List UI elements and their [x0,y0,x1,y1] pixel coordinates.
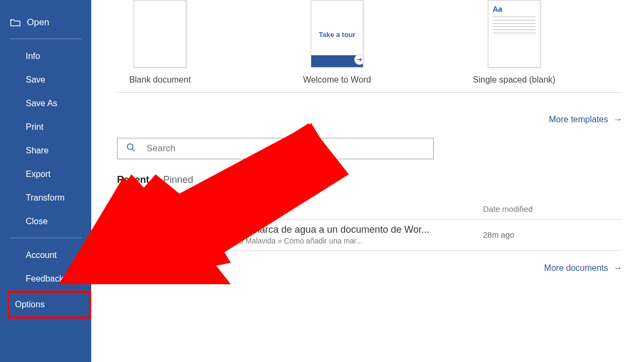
sidebar-item-feedback[interactable]: Feedback [0,267,91,291]
sidebar-item-close[interactable]: Close [0,210,91,233]
document-path: Escritorio » Artículos Malavida » Cómo a… [175,237,483,245]
template-label: Blank document [129,75,191,85]
svg-point-0 [127,144,133,150]
sidebar-divider [10,39,82,39]
sidebar-item-print[interactable]: Print [0,115,91,139]
document-icon [117,204,143,216]
sidebar-item-save[interactable]: Save [0,68,91,92]
template-label: Single spaced (blank) [473,75,555,85]
folder-open-icon [10,18,21,27]
section-divider [117,92,623,93]
tab-recent[interactable]: Recent [117,174,149,190]
sidebar-item-account[interactable]: Account [0,243,91,267]
sidebar-item-export[interactable]: Export [0,162,91,186]
sidebar-item-info[interactable]: Info [0,45,91,68]
arrow-right-icon: → [613,114,623,125]
tab-pinned[interactable]: Pinned [163,174,193,190]
svg-line-1 [132,149,135,151]
template-blank-document[interactable]: Blank document [117,0,203,85]
template-label: Welcome to Word [303,75,371,85]
more-documents-label: More documents [544,263,608,273]
document-date: 28m ago [483,230,623,239]
sidebar-open-label: Open [27,17,49,28]
more-documents-link[interactable]: More documents → [117,263,623,274]
sidebar-item-save-as[interactable]: Save As [0,92,91,115]
sidebar-item-open[interactable]: Open [0,11,91,34]
arrow-right-icon: → [613,263,623,274]
more-templates-label: More templates [549,115,608,124]
recent-tabs: Recent Pinned Shared with Me [117,174,623,190]
sidebar-item-options[interactable]: Options [8,291,91,319]
search-box[interactable] [117,138,434,159]
document-name-cell: Cómo añadir una marca de agua a un docum… [143,224,483,245]
template-thumb-single-spaced: Aa [488,0,540,68]
document-list-header: Date modified [117,204,623,219]
tab-shared-with-me[interactable]: Shared with Me [261,174,328,190]
document-title: Cómo añadir una marca de agua a un docum… [175,224,483,235]
search-input[interactable] [147,143,425,154]
text-lines-icon [493,17,536,36]
more-templates-link[interactable]: More templates → [117,114,623,125]
column-name [143,204,483,216]
template-welcome-to-word[interactable]: Take a tour ➔ Welcome to Word [294,0,380,85]
list-divider [117,250,623,251]
sidebar-item-share[interactable]: Share [0,139,91,162]
template-single-spaced[interactable]: Aa Single spaced (blank) [471,0,557,85]
arrow-right-icon: ➔ [354,54,363,65]
aa-badge: Aa [493,5,502,13]
document-row[interactable]: Cómo añadir una marca de agua a un docum… [117,220,623,250]
backstage-sidebar: Open Info Save Save As Print Share Expor… [0,0,91,362]
template-thumb-blank [134,0,186,68]
search-icon [126,143,136,154]
template-thumb-tour: Take a tour ➔ [311,0,363,68]
backstage-main: Blank document Take a tour ➔ Welcome to … [91,0,644,362]
sidebar-divider [10,238,82,238]
template-row: Blank document Take a tour ➔ Welcome to … [117,0,623,85]
tour-caption: Take a tour [319,31,355,39]
column-date-modified: Date modified [483,204,623,216]
sidebar-item-transform[interactable]: Transform [0,186,91,210]
